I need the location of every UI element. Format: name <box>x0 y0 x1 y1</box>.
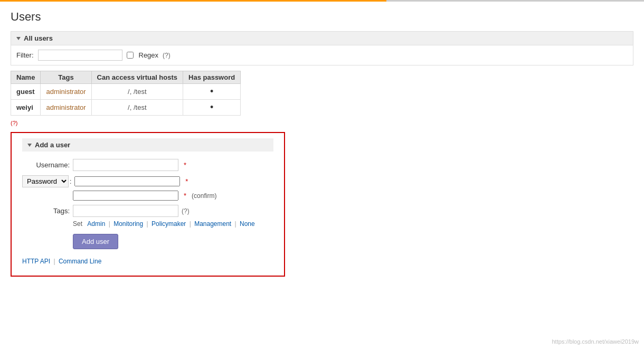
regex-help: (?) <box>163 52 171 59</box>
filter-label: Filter: <box>16 51 34 59</box>
footer-links: HTTP API | Command Line <box>22 258 273 265</box>
user-vhosts-cell: /, /test <box>91 100 183 116</box>
confirm-required: * <box>184 192 186 200</box>
user-name-cell[interactable]: weiyi <box>11 100 41 116</box>
user-password-cell: • <box>183 100 241 116</box>
password-dot: • <box>210 86 213 97</box>
http-api-link[interactable]: HTTP API <box>22 258 50 265</box>
password-type-select[interactable]: Password Hashed <box>22 175 69 187</box>
password-row-1: Password Hashed : * <box>22 175 273 187</box>
tags-help: (?) <box>182 207 190 215</box>
username-required: * <box>184 161 186 169</box>
users-table: Name Tags Can access virtual hosts Has p… <box>11 71 241 116</box>
regex-checkbox[interactable] <box>127 52 134 59</box>
set-tags-row: Set Admin | Monitoring | Policymaker | M… <box>73 220 273 228</box>
add-user-header[interactable]: Add a user <box>22 138 273 152</box>
password-required: * <box>185 177 188 185</box>
sep-3: | <box>190 220 193 228</box>
sep-2: | <box>147 220 150 228</box>
user-tags-cell: administrator <box>41 84 91 100</box>
add-user-section: Add a user Username: * Password Hashed :… <box>11 132 285 277</box>
sep-4: | <box>235 220 238 228</box>
username-label: Username: <box>22 161 70 169</box>
regex-label: Regex <box>139 51 159 59</box>
tags-row: Tags: (?) <box>22 205 273 217</box>
tag-monitoring[interactable]: Monitoring <box>113 220 143 228</box>
page-title: Users <box>11 10 633 24</box>
tags-input[interactable] <box>73 205 178 217</box>
filter-input[interactable] <box>38 50 122 61</box>
add-user-button[interactable]: Add user <box>73 234 118 249</box>
all-users-header[interactable]: All users <box>11 31 633 45</box>
user-name-cell[interactable]: guest <box>11 84 41 100</box>
table-row: guestadministrator/, /test• <box>11 84 241 100</box>
password-confirm-row: * (confirm) <box>22 191 273 201</box>
sep-1: | <box>109 220 112 228</box>
password-dot: • <box>210 102 213 112</box>
user-vhosts-cell: /, /test <box>91 84 183 100</box>
password-rows: Password Hashed : * * (confirm) <box>22 175 273 201</box>
username-row: Username: * <box>22 159 273 171</box>
footer-sep: | <box>53 258 56 265</box>
filter-row: Filter: Regex (?) <box>11 45 633 65</box>
password-input[interactable] <box>74 176 180 186</box>
tag-admin[interactable]: Admin <box>87 220 105 228</box>
username-input[interactable] <box>73 159 178 171</box>
col-tags: Tags <box>41 71 91 84</box>
col-name: Name <box>11 71 41 84</box>
tag-policymaker[interactable]: Policymaker <box>151 220 186 228</box>
col-password: Has password <box>183 71 241 84</box>
question-mark[interactable]: (?) <box>11 120 17 126</box>
user-tags-cell: administrator <box>41 100 91 116</box>
password-confirm-input[interactable] <box>73 191 178 201</box>
tags-label: Tags: <box>22 207 70 215</box>
tag-none[interactable]: None <box>240 220 255 228</box>
tag-management[interactable]: Management <box>194 220 231 228</box>
user-password-cell: • <box>183 84 241 100</box>
password-select-container: Password Hashed : <box>22 175 71 187</box>
collapse-icon <box>16 37 21 40</box>
add-user-collapse-icon <box>27 144 32 147</box>
col-vhosts: Can access virtual hosts <box>91 71 183 84</box>
command-line-link[interactable]: Command Line <box>59 258 101 265</box>
set-label: Set <box>73 220 82 228</box>
confirm-label: (confirm) <box>192 192 216 200</box>
table-row: weiyiadministrator/, /test• <box>11 100 241 116</box>
page-container: Users All users Filter: Regex (?) Name T… <box>0 2 644 285</box>
add-user-label: Add a user <box>35 141 70 149</box>
all-users-label: All users <box>24 34 53 42</box>
